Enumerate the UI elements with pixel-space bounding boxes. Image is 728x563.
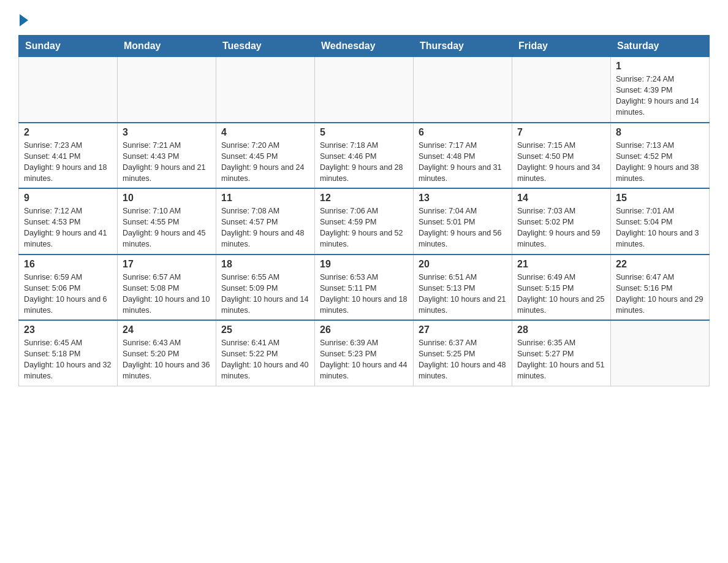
- day-number: 11: [221, 193, 309, 204]
- calendar-cell: 13Sunrise: 7:04 AM Sunset: 5:01 PM Dayli…: [414, 188, 512, 255]
- calendar-week-row: 16Sunrise: 6:59 AM Sunset: 5:06 PM Dayli…: [19, 255, 710, 321]
- calendar-cell: 20Sunrise: 6:51 AM Sunset: 5:13 PM Dayli…: [414, 255, 512, 321]
- day-number: 10: [123, 193, 211, 204]
- calendar-cell: 10Sunrise: 7:10 AM Sunset: 4:55 PM Dayli…: [118, 188, 216, 255]
- calendar-cell: 21Sunrise: 6:49 AM Sunset: 5:15 PM Dayli…: [512, 255, 611, 321]
- calendar-week-row: 23Sunrise: 6:45 AM Sunset: 5:18 PM Dayli…: [19, 320, 710, 386]
- day-info: Sunrise: 6:41 AM Sunset: 5:22 PM Dayligh…: [221, 337, 309, 382]
- day-number: 2: [24, 127, 112, 138]
- day-number: 25: [221, 324, 309, 335]
- day-number: 8: [616, 127, 704, 138]
- day-number: 22: [616, 259, 704, 270]
- day-info: Sunrise: 7:04 AM Sunset: 5:01 PM Dayligh…: [419, 205, 507, 250]
- day-number: 1: [616, 61, 704, 72]
- calendar-cell: 16Sunrise: 6:59 AM Sunset: 5:06 PM Dayli…: [19, 255, 118, 321]
- calendar-cell: 19Sunrise: 6:53 AM Sunset: 5:11 PM Dayli…: [315, 255, 414, 321]
- calendar-cell: 17Sunrise: 6:57 AM Sunset: 5:08 PM Dayli…: [118, 255, 216, 321]
- day-number: 5: [320, 127, 408, 138]
- day-number: 17: [123, 259, 211, 270]
- calendar-week-row: 1Sunrise: 7:24 AM Sunset: 4:39 PM Daylig…: [19, 57, 710, 123]
- day-number: 19: [320, 259, 408, 270]
- day-info: Sunrise: 7:06 AM Sunset: 4:59 PM Dayligh…: [320, 205, 408, 250]
- day-number: 12: [320, 193, 408, 204]
- day-number: 20: [419, 259, 507, 270]
- day-info: Sunrise: 7:03 AM Sunset: 5:02 PM Dayligh…: [517, 205, 605, 250]
- day-info: Sunrise: 7:15 AM Sunset: 4:50 PM Dayligh…: [517, 140, 605, 185]
- calendar-cell: [216, 57, 315, 123]
- day-info: Sunrise: 6:37 AM Sunset: 5:25 PM Dayligh…: [419, 337, 507, 382]
- calendar-cell: 11Sunrise: 7:08 AM Sunset: 4:57 PM Dayli…: [216, 188, 315, 255]
- day-info: Sunrise: 7:24 AM Sunset: 4:39 PM Dayligh…: [616, 74, 704, 118]
- day-info: Sunrise: 7:18 AM Sunset: 4:46 PM Dayligh…: [320, 140, 408, 185]
- day-number: 6: [419, 127, 507, 138]
- weekday-header-sunday: Sunday: [19, 36, 118, 57]
- weekday-header-wednesday: Wednesday: [315, 36, 414, 57]
- day-info: Sunrise: 6:55 AM Sunset: 5:09 PM Dayligh…: [221, 272, 309, 316]
- calendar-week-row: 9Sunrise: 7:12 AM Sunset: 4:53 PM Daylig…: [19, 188, 710, 255]
- calendar-cell: [611, 320, 710, 386]
- calendar-cell: 7Sunrise: 7:15 AM Sunset: 4:50 PM Daylig…: [512, 123, 611, 189]
- calendar-cell: [118, 57, 216, 123]
- day-number: 14: [517, 193, 605, 204]
- day-number: 28: [517, 324, 605, 335]
- day-info: Sunrise: 7:01 AM Sunset: 5:04 PM Dayligh…: [616, 205, 704, 250]
- calendar-cell: 22Sunrise: 6:47 AM Sunset: 5:16 PM Dayli…: [611, 255, 710, 321]
- calendar-cell: 5Sunrise: 7:18 AM Sunset: 4:46 PM Daylig…: [315, 123, 414, 189]
- day-number: 24: [123, 324, 211, 335]
- calendar-cell: 18Sunrise: 6:55 AM Sunset: 5:09 PM Dayli…: [216, 255, 315, 321]
- day-number: 9: [24, 193, 112, 204]
- day-number: 18: [221, 259, 309, 270]
- day-info: Sunrise: 7:17 AM Sunset: 4:48 PM Dayligh…: [419, 140, 507, 185]
- calendar-cell: 8Sunrise: 7:13 AM Sunset: 4:52 PM Daylig…: [611, 123, 710, 189]
- calendar-cell: 27Sunrise: 6:37 AM Sunset: 5:25 PM Dayli…: [414, 320, 512, 386]
- day-number: 26: [320, 324, 408, 335]
- calendar-cell: [414, 57, 512, 123]
- logo: [18, 12, 28, 25]
- weekday-header-saturday: Saturday: [611, 36, 710, 57]
- calendar-cell: [512, 57, 611, 123]
- day-info: Sunrise: 6:45 AM Sunset: 5:18 PM Dayligh…: [24, 337, 112, 382]
- calendar-cell: [315, 57, 414, 123]
- day-info: Sunrise: 7:10 AM Sunset: 4:55 PM Dayligh…: [123, 205, 211, 250]
- day-number: 27: [419, 324, 507, 335]
- calendar-cell: 6Sunrise: 7:17 AM Sunset: 4:48 PM Daylig…: [414, 123, 512, 189]
- calendar-cell: 14Sunrise: 7:03 AM Sunset: 5:02 PM Dayli…: [512, 188, 611, 255]
- day-info: Sunrise: 6:43 AM Sunset: 5:20 PM Dayligh…: [123, 337, 211, 382]
- day-info: Sunrise: 6:59 AM Sunset: 5:06 PM Dayligh…: [24, 272, 112, 316]
- day-number: 3: [123, 127, 211, 138]
- calendar-cell: 1Sunrise: 7:24 AM Sunset: 4:39 PM Daylig…: [611, 57, 710, 123]
- calendar-cell: 9Sunrise: 7:12 AM Sunset: 4:53 PM Daylig…: [19, 188, 118, 255]
- day-number: 21: [517, 259, 605, 270]
- calendar-cell: 26Sunrise: 6:39 AM Sunset: 5:23 PM Dayli…: [315, 320, 414, 386]
- page-header: [18, 12, 710, 25]
- day-info: Sunrise: 7:21 AM Sunset: 4:43 PM Dayligh…: [123, 140, 211, 185]
- day-info: Sunrise: 6:53 AM Sunset: 5:11 PM Dayligh…: [320, 272, 408, 316]
- calendar-week-row: 2Sunrise: 7:23 AM Sunset: 4:41 PM Daylig…: [19, 123, 710, 189]
- day-info: Sunrise: 7:08 AM Sunset: 4:57 PM Dayligh…: [221, 205, 309, 250]
- calendar-cell: 23Sunrise: 6:45 AM Sunset: 5:18 PM Dayli…: [19, 320, 118, 386]
- weekday-header-row: SundayMondayTuesdayWednesdayThursdayFrid…: [19, 36, 710, 57]
- day-info: Sunrise: 6:47 AM Sunset: 5:16 PM Dayligh…: [616, 272, 704, 316]
- calendar-cell: 15Sunrise: 7:01 AM Sunset: 5:04 PM Dayli…: [611, 188, 710, 255]
- day-number: 4: [221, 127, 309, 138]
- weekday-header-monday: Monday: [118, 36, 216, 57]
- calendar-cell: 3Sunrise: 7:21 AM Sunset: 4:43 PM Daylig…: [118, 123, 216, 189]
- weekday-header-thursday: Thursday: [414, 36, 512, 57]
- day-number: 7: [517, 127, 605, 138]
- day-info: Sunrise: 7:13 AM Sunset: 4:52 PM Dayligh…: [616, 140, 704, 185]
- weekday-header-tuesday: Tuesday: [216, 36, 315, 57]
- day-number: 15: [616, 193, 704, 204]
- day-info: Sunrise: 7:23 AM Sunset: 4:41 PM Dayligh…: [24, 140, 112, 185]
- day-number: 16: [24, 259, 112, 270]
- day-number: 23: [24, 324, 112, 335]
- calendar-cell: 12Sunrise: 7:06 AM Sunset: 4:59 PM Dayli…: [315, 188, 414, 255]
- calendar-cell: 2Sunrise: 7:23 AM Sunset: 4:41 PM Daylig…: [19, 123, 118, 189]
- logo-arrow-icon: [20, 14, 28, 26]
- weekday-header-friday: Friday: [512, 36, 611, 57]
- day-info: Sunrise: 6:39 AM Sunset: 5:23 PM Dayligh…: [320, 337, 408, 382]
- day-info: Sunrise: 6:35 AM Sunset: 5:27 PM Dayligh…: [517, 337, 605, 382]
- day-info: Sunrise: 6:57 AM Sunset: 5:08 PM Dayligh…: [123, 272, 211, 316]
- calendar-table: SundayMondayTuesdayWednesdayThursdayFrid…: [18, 35, 710, 386]
- day-number: 13: [419, 193, 507, 204]
- calendar-cell: 4Sunrise: 7:20 AM Sunset: 4:45 PM Daylig…: [216, 123, 315, 189]
